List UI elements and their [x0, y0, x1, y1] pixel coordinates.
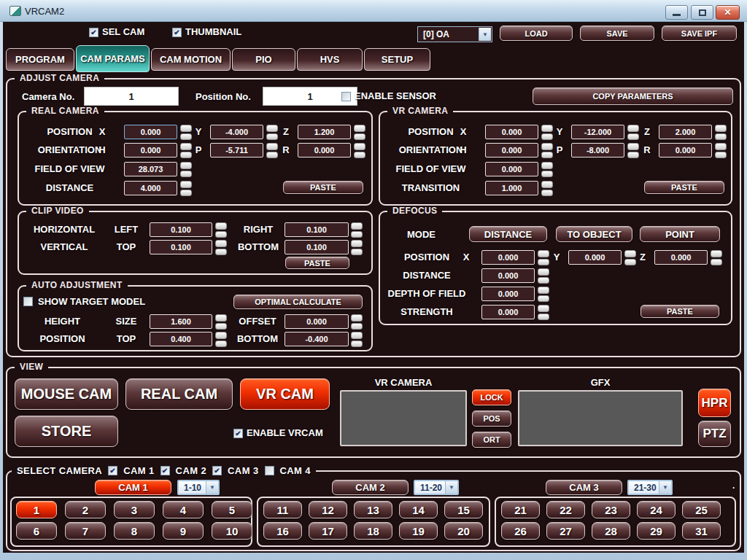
- spinner-up-button[interactable]: [538, 250, 549, 257]
- real-orientation-h-field[interactable]: [124, 143, 177, 158]
- spinner-up-button[interactable]: [711, 250, 722, 257]
- spinner-down-button[interactable]: [715, 152, 727, 159]
- spinner-up-button[interactable]: [354, 143, 365, 150]
- tab-program[interactable]: PROGRAM: [6, 48, 74, 71]
- vr-cam-button[interactable]: VR CAM: [240, 378, 330, 410]
- spinner-down-button[interactable]: [627, 152, 639, 159]
- spinner-down-button[interactable]: [266, 152, 278, 159]
- spinner-up-button[interactable]: [215, 332, 227, 339]
- spinner-down-button[interactable]: [215, 323, 227, 330]
- real-position-x-field[interactable]: [124, 125, 177, 139]
- spinner-down-button[interactable]: [266, 133, 278, 141]
- real-paste-button[interactable]: PASTE: [283, 181, 363, 194]
- sel-cam-checkbox[interactable]: ✔: [89, 28, 98, 37]
- spinner-down-button[interactable]: [711, 259, 722, 266]
- chevron-down-icon[interactable]: ▼: [445, 481, 457, 494]
- spinner-up-button[interactable]: [180, 143, 192, 150]
- clip-left-field[interactable]: [150, 222, 212, 237]
- cam3-bank-button[interactable]: CAM 3: [546, 480, 622, 495]
- pos-button[interactable]: POS: [472, 411, 511, 427]
- spinner-up-button[interactable]: [266, 143, 278, 150]
- chevron-down-icon[interactable]: ▼: [479, 28, 491, 41]
- camera-number-button[interactable]: 18: [354, 522, 392, 540]
- real-distance-field[interactable]: [124, 181, 177, 195]
- tab-pio[interactable]: PIO: [232, 48, 295, 71]
- defocus-position-x-field[interactable]: [481, 250, 535, 265]
- spinner-up-button[interactable]: [215, 240, 227, 247]
- spinner-up-button[interactable]: [538, 268, 549, 276]
- camera-number-button[interactable]: 21: [501, 501, 540, 518]
- clip-paste-button[interactable]: PASTE: [285, 257, 349, 269]
- spinner-down-button[interactable]: [715, 133, 727, 141]
- defocus-strength-field[interactable]: [481, 305, 535, 319]
- camera-number-button[interactable]: 24: [637, 501, 676, 518]
- spinner-down-button[interactable]: [538, 259, 549, 266]
- spinner-up-button[interactable]: [541, 162, 553, 169]
- close-button[interactable]: ✕: [716, 5, 740, 20]
- vr-paste-button[interactable]: PASTE: [644, 181, 724, 194]
- camera-number-button[interactable]: 13: [354, 501, 392, 518]
- camera-number-button[interactable]: 22: [546, 501, 585, 518]
- real-orientation-r-field[interactable]: [298, 143, 351, 158]
- spinner-down-button[interactable]: [624, 259, 636, 266]
- camera-number-button[interactable]: 28: [592, 522, 630, 540]
- ort-button[interactable]: ORT: [472, 432, 511, 448]
- camera-number-button[interactable]: 6: [16, 522, 57, 540]
- camera-number-button[interactable]: 3: [114, 501, 155, 518]
- spinner-down-button[interactable]: [351, 341, 363, 348]
- camera-number-button[interactable]: 10: [212, 522, 252, 540]
- camera-number-button[interactable]: 2: [65, 501, 106, 518]
- vr-orientation-h-field[interactable]: [485, 143, 538, 158]
- spinner-up-button[interactable]: [351, 240, 363, 247]
- chevron-down-icon[interactable]: ▼: [206, 481, 218, 494]
- cam1-checkbox[interactable]: ✔: [108, 466, 117, 475]
- spinner-up-button[interactable]: [541, 143, 553, 150]
- copy-parameters-button[interactable]: COPY PARAMETERS: [533, 88, 733, 105]
- cam1-range-dropdown[interactable]: 1-10▼: [177, 480, 220, 495]
- cam4-checkbox[interactable]: [265, 466, 274, 475]
- clip-top-field[interactable]: [150, 240, 212, 254]
- show-target-model-checkbox[interactable]: [23, 297, 33, 306]
- save-button[interactable]: SAVE: [580, 26, 654, 41]
- camera-number-button[interactable]: 1: [16, 501, 57, 518]
- spinner-up-button[interactable]: [215, 222, 227, 230]
- real-position-y-field[interactable]: [210, 125, 263, 139]
- spinner-up-button[interactable]: [351, 222, 363, 230]
- spinner-up-button[interactable]: [541, 125, 553, 132]
- clip-right-field[interactable]: [285, 222, 349, 237]
- spinner-down-button[interactable]: [541, 133, 553, 141]
- spinner-up-button[interactable]: [351, 332, 363, 339]
- ptz-button[interactable]: PTZ: [698, 421, 731, 447]
- maximize-button[interactable]: [691, 5, 713, 20]
- vr-position-y-field[interactable]: [571, 125, 624, 139]
- vr-fov-field[interactable]: [485, 162, 538, 176]
- real-orientation-p-field[interactable]: [210, 143, 263, 158]
- camera-number-button[interactable]: 15: [444, 501, 483, 518]
- spinner-up-button[interactable]: [627, 125, 639, 132]
- camera-number-button[interactable]: 9: [163, 522, 204, 540]
- camera-number-button[interactable]: 5: [212, 501, 252, 518]
- spinner-up-button[interactable]: [715, 125, 727, 132]
- spinner-up-button[interactable]: [180, 181, 192, 188]
- cam2-range-dropdown[interactable]: 11-20▼: [414, 480, 459, 495]
- enable-vrcam-checkbox[interactable]: ✔: [233, 429, 243, 438]
- spinner-up-button[interactable]: [351, 314, 363, 322]
- auto-offset-field[interactable]: [285, 314, 349, 329]
- spinner-down-button[interactable]: [215, 341, 227, 348]
- real-cam-button[interactable]: REAL CAM: [125, 378, 233, 410]
- auto-size-field[interactable]: [150, 314, 212, 329]
- spinner-down-button[interactable]: [180, 190, 192, 197]
- enable-sensor-checkbox[interactable]: [341, 92, 351, 101]
- spinner-down-button[interactable]: [538, 314, 549, 321]
- spinner-up-button[interactable]: [538, 305, 549, 312]
- spinner-up-button[interactable]: [266, 125, 278, 132]
- tab-hvs[interactable]: HVS: [297, 48, 363, 71]
- spinner-down-button[interactable]: [627, 133, 639, 141]
- spinner-down-button[interactable]: [351, 323, 363, 330]
- spinner-up-button[interactable]: [541, 181, 553, 188]
- spinner-up-button[interactable]: [624, 250, 636, 257]
- defocus-mode-distance-button[interactable]: DISTANCE: [469, 226, 547, 242]
- defocus-paste-button[interactable]: PASTE: [640, 305, 719, 318]
- vr-orientation-r-field[interactable]: [659, 143, 712, 158]
- defocus-mode-to-object-button[interactable]: TO OBJECT: [556, 226, 632, 242]
